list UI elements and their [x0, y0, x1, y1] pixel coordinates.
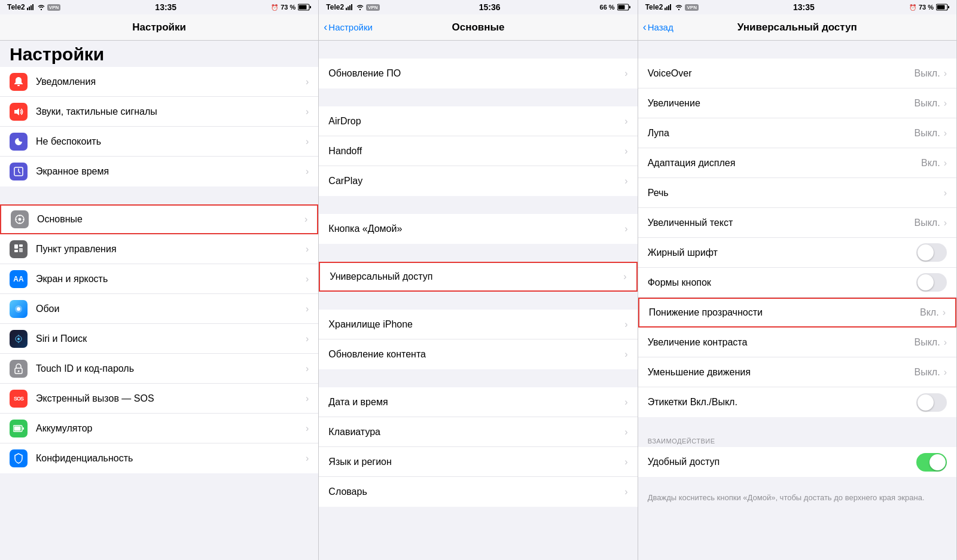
- settings-row[interactable]: Touch ID и код-пароль›: [0, 354, 318, 384]
- settings-row[interactable]: Обновление контента›: [319, 339, 637, 369]
- settings-row[interactable]: VoiceOverВыкл.›: [638, 59, 956, 88]
- signal-icon: [27, 4, 35, 10]
- row-label: Уведомления: [36, 76, 306, 87]
- status-bar: Tele2 VPN13:35⏰73 %: [638, 0, 956, 14]
- toggle-switch[interactable]: [916, 243, 947, 262]
- status-bar-right: 66 %: [600, 4, 630, 11]
- settings-row[interactable]: Клавиатура›: [319, 417, 637, 447]
- chevron-icon: ›: [306, 453, 309, 464]
- chevron-icon: ›: [943, 307, 946, 318]
- wifi-icon: [356, 4, 364, 10]
- toggle-knob: [918, 274, 934, 290]
- settings-row[interactable]: Siri и Поиск›: [0, 324, 318, 354]
- row-label: Язык и регион: [328, 457, 624, 467]
- section-spacer: [319, 88, 637, 106]
- row-value: Выкл.: [915, 218, 940, 228]
- chevron-icon: ›: [624, 349, 627, 360]
- settings-row[interactable]: Адаптация дисплеяВкл.›: [638, 148, 956, 178]
- settings-row[interactable]: Конфиденциальность›: [0, 443, 318, 473]
- settings-row[interactable]: Экранное время›: [0, 157, 318, 186]
- settings-row[interactable]: AirDrop›: [319, 106, 637, 136]
- chevron-icon: ›: [624, 146, 627, 157]
- settings-row[interactable]: УвеличениеВыкл.›: [638, 88, 956, 118]
- settings-row[interactable]: Речь›: [638, 178, 956, 208]
- settings-row[interactable]: Обновление ПО›: [319, 59, 637, 88]
- settings-row[interactable]: Уменьшение движенияВыкл.›: [638, 357, 956, 387]
- row-icon: [10, 133, 28, 151]
- settings-row[interactable]: Обои›: [0, 294, 318, 324]
- row-label: Адаптация дисплея: [648, 158, 921, 169]
- settings-row[interactable]: SOSЭкстренный вызов — SOS›: [0, 384, 318, 414]
- settings-row[interactable]: Пункт управления›: [0, 234, 318, 264]
- settings-row[interactable]: Кнопка «Домой»›: [319, 214, 637, 244]
- chevron-icon: ›: [944, 367, 947, 378]
- row-value: Выкл.: [915, 98, 940, 109]
- settings-section-3: Универсальный доступ›: [319, 262, 637, 292]
- row-label: Обновление ПО: [328, 68, 624, 79]
- svg-rect-1: [29, 7, 30, 10]
- settings-row[interactable]: Универсальный доступ›: [319, 262, 637, 292]
- toggle-switch[interactable]: [916, 453, 947, 472]
- svg-rect-42: [668, 5, 669, 10]
- settings-row[interactable]: Язык и регион›: [319, 447, 637, 477]
- row-label: Увеличение контраста: [648, 337, 915, 348]
- settings-row[interactable]: Удобный доступ: [638, 447, 956, 477]
- back-button[interactable]: ‹Настройки: [324, 21, 373, 33]
- settings-row[interactable]: Этикетки Вкл./Выкл.: [638, 387, 956, 417]
- settings-row[interactable]: AAЭкран и яркость›: [0, 264, 318, 294]
- row-label: Кнопка «Домой»: [328, 224, 624, 234]
- bottom-spacer: [0, 473, 318, 491]
- carrier-label: Tele2: [7, 3, 25, 11]
- settings-row[interactable]: Основные›: [0, 204, 318, 234]
- chevron-icon: ›: [624, 397, 627, 408]
- row-value: Вкл.: [921, 158, 940, 169]
- row-label: Обои: [36, 304, 306, 314]
- row-icon: [10, 449, 28, 467]
- settings-row[interactable]: Аккумулятор›: [0, 414, 318, 443]
- settings-row[interactable]: Дата и время›: [319, 387, 637, 417]
- row-label: Звуки, тактильные сигналы: [36, 106, 306, 117]
- settings-row[interactable]: Понижение прозрачностиВкл.›: [638, 298, 956, 328]
- settings-row[interactable]: Не беспокоить›: [0, 127, 318, 157]
- chevron-icon: ›: [623, 271, 626, 282]
- status-bar-right: ⏰73 %: [909, 4, 949, 11]
- row-label: Не беспокоить: [36, 136, 306, 147]
- chevron-icon: ›: [304, 214, 307, 225]
- back-label: Назад: [648, 22, 673, 32]
- nav-title: Настройки: [132, 22, 186, 33]
- nav-title: Универсальный доступ: [737, 22, 857, 33]
- settings-section-5: Дата и время›Клавиатура›Язык и регион›Сл…: [319, 387, 637, 507]
- row-icon: [11, 210, 29, 228]
- phone-panel-1: Tele2 VPN13:35⏰73 % НастройкиНастройкиУв…: [0, 0, 319, 560]
- settings-row[interactable]: Увеличение контрастаВыкл.›: [638, 328, 956, 357]
- row-label: Уменьшение движения: [648, 367, 915, 378]
- settings-row[interactable]: ЛупаВыкл.›: [638, 118, 956, 148]
- settings-row[interactable]: Увеличенный текстВыкл.›: [638, 208, 956, 238]
- chevron-icon: ›: [944, 68, 947, 79]
- back-button[interactable]: ‹Назад: [643, 21, 673, 33]
- settings-row[interactable]: Звуки, тактильные сигналы›: [0, 97, 318, 127]
- carrier-label: Tele2: [645, 3, 663, 11]
- settings-row[interactable]: Хранилище iPhone›: [319, 310, 637, 339]
- toggle-switch[interactable]: [916, 273, 947, 292]
- svg-rect-35: [349, 5, 351, 10]
- settings-row[interactable]: CarPlay›: [319, 166, 637, 196]
- settings-row[interactable]: Handoff›: [319, 136, 637, 166]
- footer-text: Дважды коснитесь кнопки «Домой», чтобы д…: [638, 489, 956, 510]
- row-icon: AA: [10, 270, 28, 288]
- row-icon: [10, 330, 28, 348]
- settings-row[interactable]: Уведомления›: [0, 67, 318, 97]
- settings-row[interactable]: Словарь›: [319, 477, 637, 507]
- settings-row[interactable]: Формы кнопок: [638, 268, 956, 298]
- row-label: Этикетки Вкл./Выкл.: [648, 397, 916, 408]
- toggle-switch[interactable]: [916, 393, 947, 412]
- settings-section-0: Обновление ПО›: [319, 59, 637, 88]
- chevron-icon: ›: [306, 76, 309, 87]
- row-label: Конфиденциальность: [36, 453, 306, 464]
- settings-row[interactable]: Жирный шрифт: [638, 238, 956, 268]
- large-title: Настройки: [0, 41, 318, 67]
- svg-rect-7: [17, 85, 20, 86]
- toggle-knob: [918, 394, 934, 411]
- chevron-icon: ›: [624, 224, 627, 234]
- section-spacer: [319, 369, 637, 387]
